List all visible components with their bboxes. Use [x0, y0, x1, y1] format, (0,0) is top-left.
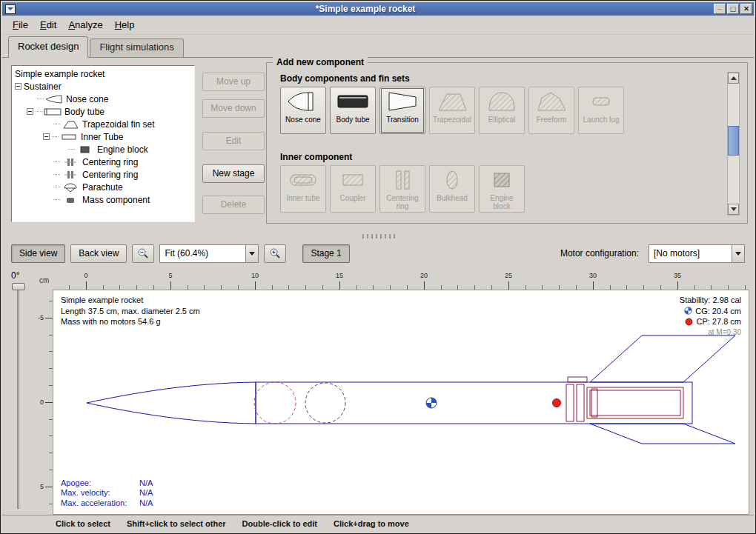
rotation-slider[interactable] — [17, 290, 19, 509]
nose-cone-button-label: Nose cone — [284, 116, 322, 124]
tree-item-nose-cone[interactable]: Nose cone — [12, 93, 194, 105]
delete-button[interactable]: Delete — [202, 196, 265, 214]
engine-block-button[interactable]: Engine block — [479, 165, 525, 213]
add-component-title: Add new component — [273, 57, 368, 67]
fin-top-shape[interactable] — [590, 336, 735, 382]
tab-flight-simulations[interactable]: Flight simulations — [90, 39, 183, 57]
mass-component-shape[interactable] — [305, 383, 345, 423]
new-stage-button[interactable]: New stage — [202, 164, 265, 183]
move-up-button[interactable]: Move up — [202, 73, 265, 91]
zoom-select[interactable]: Fit (60.4%) — [159, 244, 259, 263]
bulkhead-button[interactable]: Bulkhead — [429, 165, 475, 213]
tab-rocket-design[interactable]: Rocket design — [8, 36, 88, 58]
pane-splitter[interactable] — [2, 233, 754, 239]
edit-button[interactable]: Edit — [202, 132, 265, 150]
tree-item-centering-ring-2[interactable]: Centering ring — [12, 168, 194, 181]
nose-cone-shape[interactable] — [87, 382, 256, 424]
launch-lug-button[interactable]: Launch lug — [578, 87, 624, 134]
rocket-canvas[interactable]: Simple example rocket Length 37.5 cm, ma… — [53, 290, 749, 515]
add-component-group: Add new component Body components and fi… — [266, 62, 748, 224]
coupler-button-label: Coupler — [338, 194, 367, 202]
rotation-slider-thumb[interactable] — [12, 283, 25, 290]
vertical-ruler: -5 0 5 — [36, 290, 53, 515]
tree-item-fin-set[interactable]: Trapezoidal fin set — [12, 118, 194, 130]
stage-1-toggle[interactable]: Stage 1 — [302, 244, 349, 263]
move-down-button[interactable]: Move down — [202, 99, 265, 118]
collapse-icon[interactable] — [43, 133, 50, 140]
chevron-down-icon[interactable] — [245, 245, 258, 262]
zoom-in-button[interactable] — [264, 244, 286, 263]
tree-item-mass-component[interactable]: Mass component — [12, 193, 194, 206]
scroll-up-button[interactable] — [728, 73, 739, 84]
cp-symbol — [553, 399, 561, 407]
collapse-icon[interactable] — [15, 83, 21, 90]
menu-edit[interactable]: Edit — [34, 17, 62, 33]
cg-value: CG: 20.4 cm — [695, 306, 741, 317]
transition-button[interactable]: Transition — [379, 87, 425, 134]
menu-file[interactable]: File — [7, 17, 34, 33]
arrow-down-icon — [731, 207, 737, 214]
centering-ring-button-label: Centering ring — [380, 194, 425, 210]
tree-item-rocket[interactable]: Simple example rocket — [12, 67, 194, 80]
tree-item-parachute[interactable]: Parachute — [12, 181, 194, 193]
body-tube-shape[interactable] — [256, 382, 692, 424]
splitter-handle-icon[interactable] — [361, 234, 395, 238]
fin-bottom-shape[interactable] — [590, 424, 735, 444]
centering-ring-shape[interactable] — [566, 384, 574, 421]
trapezoidal-fin-icon — [435, 87, 469, 116]
titlebar[interactable]: *Simple example rocket — [2, 2, 754, 16]
tree-item-body-tube[interactable]: Body tube — [12, 105, 194, 118]
inner-tube-shape[interactable] — [587, 387, 683, 418]
tree-item-inner-tube[interactable]: Inner Tube — [12, 130, 194, 143]
trapezoidal-fin-button[interactable]: Trapezoidal — [429, 87, 475, 134]
freeform-fin-button[interactable]: Freeform — [528, 87, 574, 134]
ruler-tick-label: 25 — [505, 272, 512, 279]
tree-item-centering-ring-1[interactable]: Centering ring — [12, 156, 194, 168]
launch-lug-shape[interactable] — [568, 377, 587, 382]
tree-connector — [68, 149, 75, 150]
chevron-down-icon[interactable] — [732, 245, 744, 262]
engine-block-shape[interactable] — [591, 389, 597, 417]
centering-ring-shape[interactable] — [577, 384, 584, 421]
body-tube-icon — [44, 107, 62, 117]
tree-item-sustainer[interactable]: Sustainer — [12, 80, 194, 93]
parachute-shape[interactable] — [254, 382, 296, 424]
cg-icon — [684, 307, 692, 315]
inner-tube-wall-shape[interactable] — [590, 390, 680, 415]
component-tree[interactable]: Simple example rocket Sustainer Nose con… — [11, 65, 195, 222]
ruler-tick-label: 10 — [251, 272, 259, 279]
engine-block-icon — [485, 166, 519, 194]
ruler-tick-label: 5 — [168, 272, 172, 279]
zoom-out-icon — [137, 247, 149, 259]
rocket-view-area: 0° cm 0 5 10 15 20 25 30 35 -5 0 5 — [2, 267, 754, 515]
freeform-fin-icon — [534, 87, 568, 116]
side-view-button[interactable]: Side view — [11, 244, 65, 263]
motor-configuration-value: [No motors] — [649, 245, 732, 262]
nose-cone-button[interactable]: Nose cone — [280, 87, 326, 134]
fin-set-icon — [62, 119, 79, 130]
component-scrollbar[interactable] — [727, 72, 740, 216]
coupler-button[interactable]: Coupler — [330, 165, 376, 213]
motor-configuration-select[interactable]: [No motors] — [649, 244, 745, 263]
menu-analyze[interactable]: Analyze — [62, 17, 108, 33]
ruler-tick-label: 15 — [336, 272, 343, 279]
back-view-button[interactable]: Back view — [70, 244, 127, 263]
zoom-in-icon — [269, 247, 281, 259]
collapse-icon[interactable] — [27, 108, 33, 115]
ruler-tick-label: 0 — [84, 272, 87, 279]
stability-value: Stability: 2.98 cal — [680, 295, 741, 306]
status-bar: Click to select Shift+click to select ot… — [2, 515, 754, 532]
close-icon[interactable] — [740, 4, 752, 14]
zoom-out-button[interactable] — [132, 244, 154, 263]
maximize-icon[interactable] — [727, 4, 739, 14]
elliptical-fin-button[interactable]: Elliptical — [479, 87, 525, 134]
centering-ring-button[interactable]: Centering ring — [379, 165, 425, 213]
minimize-icon[interactable] — [714, 4, 726, 14]
scrollbar-thumb[interactable] — [728, 126, 739, 156]
tree-item-engine-block[interactable]: Engine block — [12, 143, 194, 156]
menu-help[interactable]: Help — [109, 17, 141, 33]
ruler-tick-label: 0 — [40, 398, 44, 406]
scroll-down-button[interactable] — [728, 204, 739, 215]
inner-tube-button[interactable]: Inner tube — [280, 165, 326, 213]
body-tube-button[interactable]: Body tube — [330, 87, 376, 134]
